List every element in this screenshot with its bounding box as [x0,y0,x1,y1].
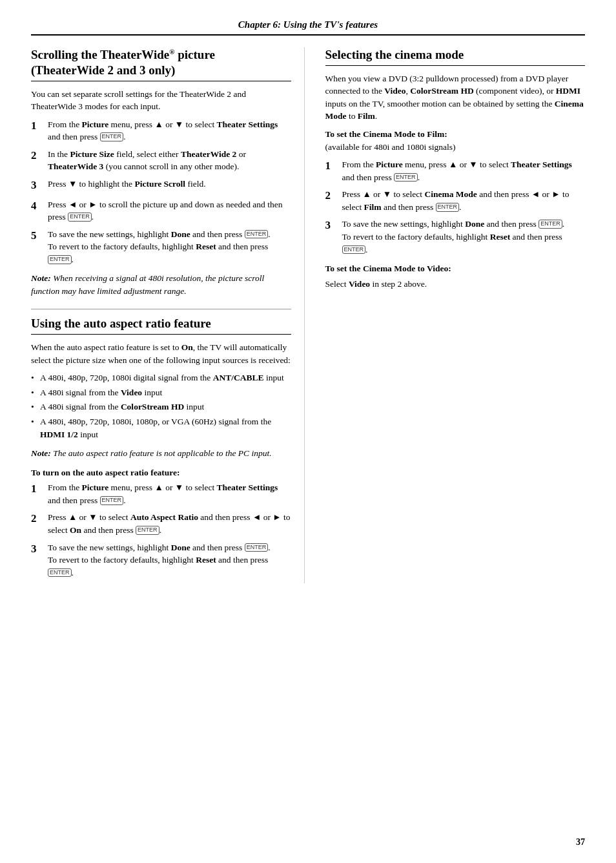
enter-icon: ENTER [48,255,72,264]
enter-icon: ENTER [100,132,124,141]
step-3: 3 Press ▼ to highlight the Picture Scrol… [31,178,291,194]
section1-title: Scrolling the TheaterWide® picture (Thea… [31,47,291,81]
step-num-3: 3 [31,178,48,194]
s2-step-3: 3 To save the new settings, highlight Do… [31,541,291,579]
section1-steps: 1 From the Picture menu, press ▲ or ▼ to… [31,118,291,266]
step-content-1: From the Picture menu, press ▲ or ▼ to s… [48,118,291,143]
r-step-num-2: 2 [325,188,342,204]
enter-icon: ENTER [68,213,92,222]
r-step-3: 3 To save the new settings, highlight Do… [325,218,586,256]
section1-note: Note: When receiving a signal at 480i re… [31,272,291,297]
left-column: Scrolling the TheaterWide® picture (Thea… [31,47,305,583]
step-num-2: 2 [31,148,48,164]
section2-intro: When the auto aspect ratio feature is se… [31,341,291,366]
r-step-num-1: 1 [325,158,342,174]
r-step-2: 2 Press ▲ or ▼ to select Cinema Mode and… [325,188,586,213]
s2-step-num-2: 2 [31,511,48,527]
right-subsection-label1: To set the Cinema Mode to Film: (availab… [325,128,586,153]
r-step-content-2: Press ▲ or ▼ to select Cinema Mode and t… [342,188,586,213]
enter-icon: ENTER [539,220,562,229]
step-5: 5 To save the new settings, highlight Do… [31,228,291,266]
bullet-1: A 480i, 480p, 720p, 1080i digital signal… [31,371,291,384]
step-num-5: 5 [31,228,48,244]
enter-icon: ENTER [394,173,418,182]
enter-icon: ENTER [245,543,269,552]
enter-icon: ENTER [48,568,72,577]
enter-icon: ENTER [100,496,124,505]
right-section1-steps: 1 From the Picture menu, press ▲ or ▼ to… [325,158,586,256]
bullet-3: A 480i signal from the ColorStream HD in… [31,400,291,413]
right-section1-title: Selecting the cinema mode [325,47,586,66]
s2-step-content-3: To save the new settings, highlight Done… [48,541,291,579]
step-content-3: Press ▼ to highlight the Picture Scroll … [48,178,291,191]
r-step-content-1: From the Picture menu, press ▲ or ▼ to s… [342,158,586,183]
step-num-4: 4 [31,198,48,214]
s2-step-content-1: From the Picture menu, press ▲ or ▼ to s… [48,481,291,506]
step-2: 2 In the Picture Size field, select eith… [31,148,291,173]
section-divider [31,309,291,309]
r-step-1: 1 From the Picture menu, press ▲ or ▼ to… [325,158,586,183]
right-column: Selecting the cinema mode When you view … [323,47,586,583]
enter-icon: ENTER [436,203,460,212]
enter-icon: ENTER [245,230,269,239]
enter-icon: ENTER [342,245,366,255]
section2-steps: 1 From the Picture menu, press ▲ or ▼ to… [31,481,291,579]
s2-step-2: 2 Press ▲ or ▼ to select Auto Aspect Rat… [31,511,291,536]
section1-intro: You can set separate scroll settings for… [31,88,291,113]
step-4: 4 Press ◄ or ► to scroll the picture up … [31,198,291,224]
step-content-4: Press ◄ or ► to scroll the picture up an… [48,198,291,224]
page: Chapter 6: Using the TV's features Scrol… [0,0,616,863]
s2-step-content-2: Press ▲ or ▼ to select Auto Aspect Ratio… [48,511,291,536]
right-video-text: Select Video in step 2 above. [325,278,586,291]
right-section1-intro: When you view a DVD (3:2 pulldown proces… [325,72,586,123]
r-step-num-3: 3 [325,218,342,234]
step-1: 1 From the Picture menu, press ▲ or ▼ to… [31,118,291,143]
s2-step-num-1: 1 [31,481,48,497]
section2-bullets: A 480i, 480p, 720p, 1080i digital signal… [31,371,291,441]
section2-note: Note: The auto aspect ratio feature is n… [31,447,291,460]
section2-title: Using the auto aspect ratio feature [31,316,291,335]
step-content-2: In the Picture Size field, select either… [48,148,291,173]
right-subsection-label2: To set the Cinema Mode to Video: [325,262,586,275]
s2-step-num-3: 3 [31,541,48,557]
step-num-1: 1 [31,118,48,134]
section2-subsection-label: To turn on the auto aspect ratio feature… [31,466,291,479]
two-column-layout: Scrolling the TheaterWide® picture (Thea… [31,47,585,583]
enter-icon: ENTER [136,526,159,535]
bullet-4: A 480i, 480p, 720p, 1080i, 1080p, or VGA… [31,415,291,441]
step-content-5: To save the new settings, highlight Done… [48,228,291,266]
s2-step-1: 1 From the Picture menu, press ▲ or ▼ to… [31,481,291,506]
chapter-title: Chapter 6: Using the TV's features [31,19,585,36]
bullet-2: A 480i signal from the Video input [31,386,291,399]
page-number: 37 [576,837,585,847]
r-step-content-3: To save the new settings, highlight Done… [342,218,586,256]
